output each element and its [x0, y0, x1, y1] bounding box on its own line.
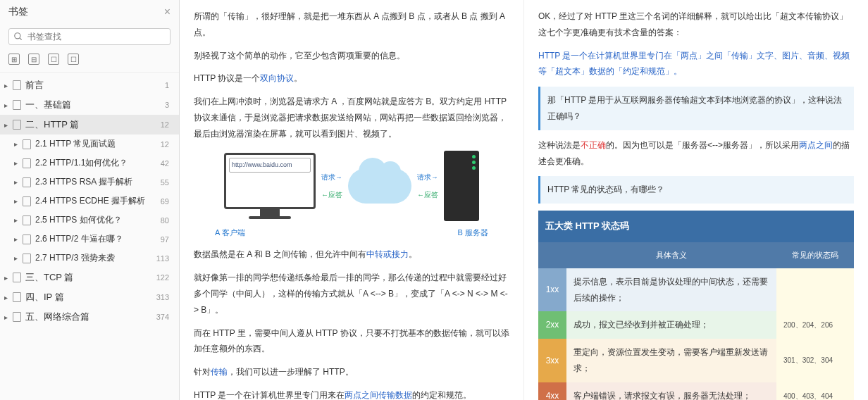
bookmark-label: 五、网络综合篇 [25, 311, 156, 323]
link[interactable]: 传输 [211, 367, 228, 377]
cloud-icon [348, 168, 411, 204]
status-code-table: 五大类 HTTP 状态码 具体含义常见的状态码 1xx提示信息，表示目前是协议处… [538, 211, 854, 400]
bookmark-label: 2.4 HTTPS ECDHE 握手解析 [35, 195, 161, 207]
paragraph: OK，经过了对 HTTP 里这三个名词的详细解释，就可以给出比「超文本传输协议」… [538, 8, 854, 41]
link[interactable]: 双向协议 [260, 73, 294, 83]
caret-icon: ▸ [14, 159, 21, 167]
page-number: 313 [156, 293, 172, 301]
callout: 那「HTTP 是用于从互联网服务器传输超文本到本地浏览器的协议」，这种说法正确吗… [538, 87, 854, 130]
bookmark-label: 前言 [25, 79, 165, 92]
doc-icon [23, 139, 31, 149]
close-icon[interactable]: × [164, 6, 170, 18]
caret-icon: ▸ [14, 178, 21, 186]
bookmark-label: 2.5 HTTPS 如何优化？ [35, 214, 161, 226]
search-icon [13, 32, 23, 42]
bookmark-item[interactable]: ▸2.4 HTTPS ECDHE 握手解析69 [0, 192, 179, 211]
bookmark-icon[interactable]: ☐ [48, 54, 59, 65]
page-right: OK，经过了对 HTTP 里这三个名词的详细解释，就可以给出比「超文本传输协议」… [524, 0, 868, 400]
doc-icon [13, 292, 21, 302]
bookmark-item[interactable]: ▸三、TCP 篇122 [0, 268, 179, 287]
bookmark2-icon[interactable]: ☐ [68, 54, 79, 65]
paragraph: HTTP 协议是一个双向协议。 [194, 70, 509, 87]
sidebar-title: 书签 [8, 6, 28, 18]
bookmark-item[interactable]: ▸2.7 HTTP/3 强势来袭113 [0, 249, 179, 268]
paragraph: 而在 HTTP 里，需要中间人遵从 HTTP 协议，只要不打扰基本的数据传输，就… [194, 325, 509, 358]
collapse-icon[interactable]: ⊟ [28, 54, 39, 65]
bookmark-item[interactable]: ▸一、基础篇3 [0, 95, 179, 115]
link[interactable]: 中转或接力 [366, 249, 409, 259]
server-icon [444, 151, 479, 221]
bookmark-tree: ▸前言1▸一、基础篇3▸二、HTTP 篇12▸2.1 HTTP 常见面试题12▸… [0, 73, 179, 400]
bookmark-item[interactable]: ▸2.2 HTTP/1.1如何优化？42 [0, 154, 179, 173]
expand-icon[interactable]: ⊞ [8, 54, 20, 65]
paragraph: 别轻视了这个简单的动作，它至少包含两项重要的信息。 [194, 48, 509, 64]
table-row: 1xx提示信息，表示目前是协议处理的中间状态，还需要后续的操作； [538, 268, 854, 312]
paragraph: 就好像第一排的同学想传递纸条给最后一排的同学，那么传递的过程中就需要经过好多个同… [194, 270, 509, 318]
caret-icon: ▸ [4, 274, 11, 282]
link[interactable]: 两点之间 [799, 140, 833, 150]
paragraph: 这种说法是不正确的。因为也可以是「服务器<-->服务器」，所以采用两点之间的描述… [538, 137, 854, 170]
bookmark-item[interactable]: ▸2.1 HTTP 常见面试题12 [0, 135, 179, 154]
search-input[interactable] [27, 32, 166, 42]
callout: HTTP 常见的状态码，有哪些？ [538, 176, 854, 204]
summary-link[interactable]: HTTP 是一个在计算机世界里专门在「两点」之间「传输」文字、图片、音频、视频等… [538, 51, 850, 77]
client-icon: http://www.baidu.com [224, 153, 316, 219]
bookmark-item[interactable]: ▸2.5 HTTPS 如何优化？80 [0, 211, 179, 230]
caption-server: B 服务器 [458, 225, 488, 240]
page-number: 55 [161, 178, 172, 187]
doc-icon [23, 235, 31, 244]
page-number: 12 [161, 120, 172, 129]
arrows: 请求→ ←应答 [321, 170, 342, 201]
doc-icon [23, 215, 31, 225]
bookmark-item[interactable]: ▸2.3 HTTPS RSA 握手解析55 [0, 173, 179, 192]
paragraph: 针对传输，我们可以进一步理解了 HTTP。 [194, 364, 509, 380]
paragraph: 数据虽然是在 A 和 B 之间传输，但允许中间有中转或接力。 [194, 246, 509, 263]
doc-icon [23, 158, 31, 168]
doc-icon [13, 120, 21, 130]
bookmark-label: 2.1 HTTP 常见面试题 [35, 138, 161, 150]
url-bar: http://www.baidu.com [229, 158, 311, 173]
caret-icon: ▸ [14, 235, 21, 243]
doc-icon [13, 100, 21, 110]
bookmark-item[interactable]: ▸五、网络综合篇374 [0, 307, 179, 327]
caret-icon: ▸ [14, 216, 21, 224]
bookmark-item[interactable]: ▸四、IP 篇313 [0, 287, 179, 307]
link[interactable]: 两点之间传输数据 [345, 390, 412, 400]
table-title: 五大类 HTTP 状态码 [538, 211, 854, 242]
page-number: 3 [165, 101, 172, 109]
table-row: 3xx重定向，资源位置发生变动，需要客户端重新发送请求；301、302、304 [538, 339, 854, 382]
caption-client: A 客户端 [215, 225, 245, 240]
paragraph: 所谓的「传输」，很好理解，就是把一堆东西从 A 点搬到 B 点，或者从 B 点 … [194, 8, 509, 41]
bookmark-label: 二、HTTP 篇 [25, 118, 161, 131]
caret-icon: ▸ [4, 313, 11, 321]
doc-icon [13, 80, 21, 90]
doc-icon [13, 312, 21, 322]
table-row: 4xx客户端错误，请求报文有误，服务器无法处理；400、403、404 [538, 382, 854, 400]
search-box[interactable] [8, 28, 170, 45]
table-header: 具体含义 [566, 242, 776, 268]
caret-icon: ▸ [4, 101, 11, 109]
caret-icon: ▸ [14, 197, 21, 205]
arrows: 请求→ ←应答 [417, 170, 438, 201]
bookmark-label: 一、基础篇 [25, 99, 165, 111]
caret-icon: ▸ [14, 254, 21, 262]
bookmark-label: 2.3 HTTPS RSA 握手解析 [35, 176, 161, 188]
bookmark-item[interactable]: ▸二、HTTP 篇12 [0, 115, 179, 135]
doc-icon [23, 254, 31, 263]
page-number: 12 [161, 140, 172, 149]
caret-icon: ▸ [14, 140, 21, 148]
caret-icon: ▸ [4, 294, 11, 301]
doc-icon [23, 196, 31, 206]
page-number: 97 [161, 235, 172, 244]
bookmark-item[interactable]: ▸2.6 HTTP/2 牛逼在哪？97 [0, 230, 179, 249]
page-number: 80 [161, 216, 172, 225]
bookmark-item[interactable]: ▸前言1 [0, 75, 179, 95]
page-number: 122 [156, 273, 172, 282]
bookmark-label: 四、IP 篇 [25, 291, 156, 304]
page-number: 42 [161, 159, 172, 168]
sidebar-tools: ⊞ ⊟ ☐ ☐ [0, 49, 179, 73]
page-number: 69 [161, 197, 172, 206]
table-row: 2xx成功，报文已经收到并被正确处理；200、204、206 [538, 311, 854, 339]
page-number: 374 [156, 313, 172, 321]
http-diagram: http://www.baidu.com 请求→ ←应答 请求→ ←应答 [194, 151, 509, 221]
